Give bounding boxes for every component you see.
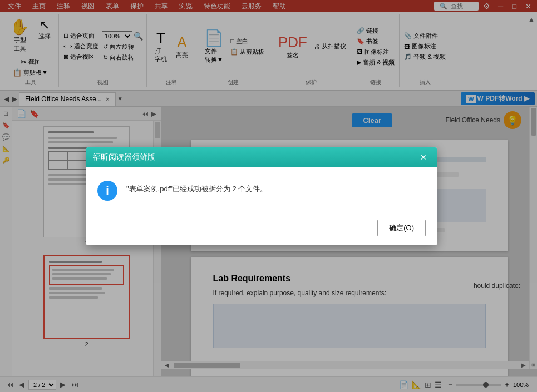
dialog-title-bar: 福昕阅读器领鲜版 ✕	[86, 147, 437, 167]
dialog-info-icon: i	[97, 181, 117, 201]
app-main: 文件 主页 注释 视图 表单 保护 共享 浏览 特色功能 云服务 帮助 🔍 ⚙ …	[0, 0, 537, 392]
dialog-message: "表单案例.pdf"已经成功被拆分为 2 个文件。	[126, 181, 267, 194]
dialog-close-btn[interactable]: ✕	[417, 152, 430, 163]
dialog-body: i "表单案例.pdf"已经成功被拆分为 2 个文件。	[86, 167, 437, 214]
dialog-ok-button[interactable]: 确定(O)	[377, 220, 426, 236]
dialog-title: 福昕阅读器领鲜版	[93, 152, 155, 162]
dialog-overlay: 福昕阅读器领鲜版 ✕ i "表单案例.pdf"已经成功被拆分为 2 个文件。 确…	[0, 0, 537, 392]
dialog-footer: 确定(O)	[86, 214, 437, 245]
dialog-box: 福昕阅读器领鲜版 ✕ i "表单案例.pdf"已经成功被拆分为 2 个文件。 确…	[86, 147, 437, 245]
